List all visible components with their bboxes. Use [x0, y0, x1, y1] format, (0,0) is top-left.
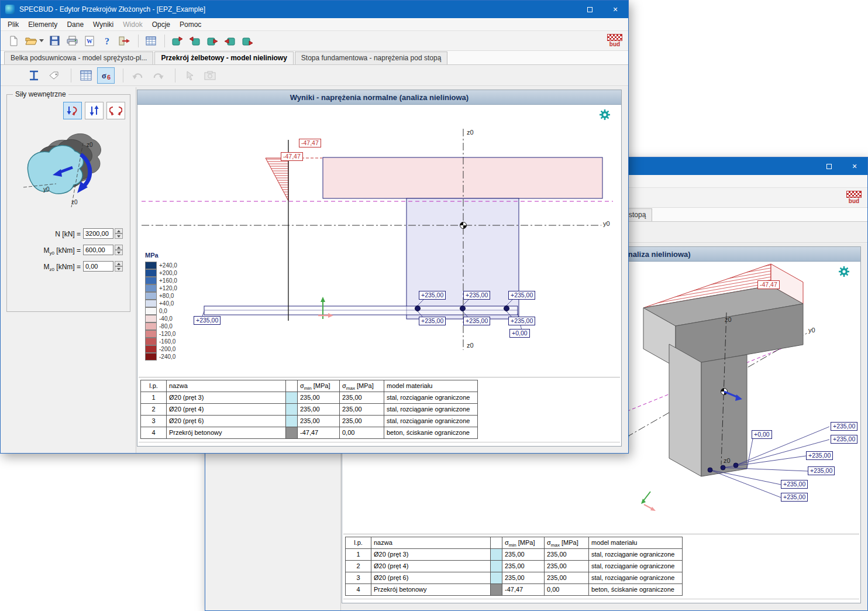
grid-icon[interactable] [143, 33, 159, 49]
spin-up-button[interactable] [115, 261, 123, 266]
spin-down-button[interactable] [115, 266, 123, 272]
force-mode-m-button[interactable] [106, 102, 125, 119]
section-view-icon[interactable] [25, 67, 43, 84]
close-button[interactable]: × [602, 1, 628, 18]
results-table: l.p. nazwa σmin [MPa] σmax [MPa] model m… [140, 380, 478, 439]
n-force-spinner [115, 228, 123, 239]
scale-swatch [145, 353, 157, 361]
sigma-results-icon[interactable]: σ6 [97, 67, 115, 84]
maximize-button[interactable] [577, 1, 602, 18]
row-lp[interactable]: 1 [346, 549, 371, 561]
row-name[interactable]: Ø20 (pręt 6) [167, 416, 286, 427]
row-name[interactable]: Ø20 (pręt 4) [167, 404, 286, 416]
menu-widok[interactable]: Widok [118, 19, 147, 30]
separator [343, 599, 859, 599]
stress-label-min: -47,47 [757, 280, 780, 289]
menu-opcje[interactable]: Opcje [147, 19, 175, 30]
z0-axis-label: z0 [725, 316, 732, 323]
spin-down-button[interactable] [115, 234, 123, 239]
mz0-moment-spinner [115, 261, 123, 272]
row-lp[interactable]: 3 [346, 572, 371, 584]
stress-label-zero: +0,00 [509, 329, 530, 338]
menu-pomoc[interactable]: Pomoc [175, 19, 206, 30]
open-dropdown-icon[interactable] [39, 39, 44, 42]
snapshot-icon[interactable] [201, 67, 219, 84]
rebar-stress-label: +235,00 [808, 466, 835, 475]
save-icon[interactable] [46, 33, 63, 49]
report-table-icon[interactable] [77, 67, 95, 84]
rebar-stress-label: +235,00 [831, 435, 857, 444]
rebar-stress-label: +235,00 [508, 291, 535, 300]
row-lp[interactable]: 1 [141, 392, 167, 404]
spin-up-button[interactable] [115, 245, 123, 250]
stress-3d-view: -47,47 z0 y0 y0 z0 +0,00 +235,00 +235,00… [609, 262, 862, 520]
row-lp[interactable]: 2 [141, 404, 167, 416]
element-arrow-icon-1[interactable] [169, 33, 185, 49]
row-lp[interactable]: 4 [346, 584, 371, 596]
n-force-input[interactable] [83, 228, 113, 239]
element-arrow-icon-3[interactable] [204, 33, 221, 49]
group-title: Siły wewnętrzne [13, 90, 68, 98]
tab-stopa-fundamentowa[interactable]: Stopa fundamentowa - naprężenia pod stop… [295, 52, 448, 64]
row-lp[interactable]: 4 [141, 427, 167, 439]
close-button[interactable]: × [842, 157, 867, 175]
my0-moment-spinner [115, 245, 123, 255]
report-icon[interactable]: W [81, 33, 98, 49]
col-header-model: model materiału [589, 537, 683, 549]
row-name[interactable]: Przekrój betonowy [371, 584, 491, 596]
y0-axis-label: y0 [808, 327, 815, 334]
row-model: beton, ściskanie ograniczone [384, 427, 478, 439]
row-smin: 235,00 [298, 416, 340, 427]
col-header-lp: l.p. [346, 537, 371, 549]
pointer-icon[interactable] [181, 67, 199, 84]
brand-logo: bud [846, 191, 862, 205]
my0-moment-input[interactable] [83, 245, 113, 255]
stress-label-min: -47,47 [299, 139, 321, 147]
my0-moment-field-row: My0 [kNm] = [7, 245, 130, 256]
mz0-moment-input[interactable] [83, 261, 113, 272]
label-tag-icon[interactable] [45, 67, 63, 84]
undo-icon[interactable] [129, 67, 147, 84]
z0-axis-label-bottom: z0 [71, 199, 78, 205]
print-icon[interactable] [64, 33, 80, 49]
element-arrow-icon-4[interactable] [222, 33, 238, 49]
row-smax: 0,00 [545, 584, 589, 596]
row-smin: -47,47 [502, 584, 545, 596]
y0-axis-label: y0 [603, 220, 610, 227]
row-name[interactable]: Ø20 (pręt 6) [371, 572, 491, 584]
row-name[interactable]: Ø20 (pręt 4) [371, 561, 491, 572]
tab-przekroj-zelbetowy[interactable]: Przekrój żelbetowy - model nieliniowy [154, 52, 293, 64]
rebar-stress-label: +235,00 [781, 493, 808, 502]
rebar-stress-label: +235,00 [419, 291, 446, 300]
new-file-icon[interactable] [5, 33, 22, 49]
row-swatch [491, 584, 502, 596]
open-file-icon[interactable] [23, 33, 39, 49]
row-lp[interactable]: 3 [141, 416, 167, 427]
menu-elementy[interactable]: Elementy [23, 19, 62, 30]
force-mode-nm-button[interactable] [63, 102, 82, 119]
element-arrow-icon-5[interactable] [239, 33, 256, 49]
exit-icon[interactable] [116, 33, 133, 49]
scale-swatch [145, 284, 157, 292]
spin-down-button[interactable] [115, 250, 123, 255]
n-force-label: N [kN] = [11, 230, 81, 239]
row-lp[interactable]: 2 [346, 561, 371, 572]
row-name[interactable]: Ø20 (pręt 3) [167, 392, 286, 404]
spin-up-button[interactable] [115, 228, 123, 234]
row-name[interactable]: Ø20 (pręt 3) [371, 549, 491, 561]
stress-diagram: -47,47 -47,47 +235,00 +235,00 +235,00 +2… [139, 105, 621, 376]
redo-icon[interactable] [149, 67, 167, 84]
menu-dane[interactable]: Dane [62, 19, 88, 30]
row-smin: 235,00 [502, 549, 545, 561]
element-arrow-icon-2[interactable] [187, 33, 203, 49]
row-name[interactable]: Przekrój betonowy [167, 427, 286, 439]
maximize-button[interactable] [816, 157, 842, 175]
force-mode-n-button[interactable] [85, 102, 104, 119]
menu-plik[interactable]: Plik [3, 19, 23, 30]
svg-text:W: W [87, 38, 92, 44]
scale-swatch [145, 292, 157, 300]
menu-wyniki[interactable]: Wyniki [88, 19, 118, 30]
tab-belka-podsuwnicowa[interactable]: Belka podsuwnicowa - model sprężysto-pl.… [4, 52, 153, 64]
help-icon[interactable]: ? [99, 33, 115, 49]
col-header-smax: σmax [MPa] [340, 380, 384, 392]
